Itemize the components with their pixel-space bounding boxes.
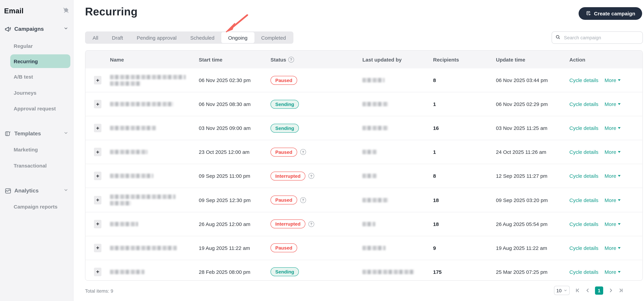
total-items-label: Total items: 9 — [85, 288, 113, 294]
update-time: 09 Sep 2025 03:20 pm — [496, 197, 569, 203]
expand-row-button[interactable]: + — [94, 76, 102, 84]
sidebar-group-campaigns[interactable]: Campaigns — [4, 25, 69, 33]
more-menu-button[interactable]: More — [604, 221, 620, 227]
cycle-details-link[interactable]: Cycle details — [569, 197, 598, 203]
expand-row-button[interactable]: + — [94, 148, 102, 156]
more-menu-button[interactable]: More — [604, 197, 620, 203]
sidebar-item-marketing[interactable]: Marketing — [10, 143, 70, 156]
more-menu-button[interactable]: More — [604, 245, 620, 251]
previous-page-button[interactable] — [585, 288, 590, 293]
more-menu-button[interactable]: More — [604, 101, 620, 107]
table-row: + 06 Nov 2025 08:30 am Sending? 1 06 Nov… — [86, 92, 642, 116]
status-help-icon[interactable]: ? — [288, 57, 294, 62]
chevron-down-icon — [64, 131, 69, 137]
more-menu-button[interactable]: More — [604, 125, 620, 131]
more-menu-button[interactable]: More — [604, 173, 620, 179]
campaign-name-redacted[interactable] — [110, 246, 199, 250]
start-time: 09 Sep 2025 11:00 pm — [199, 173, 270, 179]
tab-completed[interactable]: Completed — [254, 32, 293, 43]
last-updated-by-redacted — [362, 102, 433, 106]
sidebar-item-journeys[interactable]: Journeys — [10, 86, 70, 100]
expand-row-button[interactable]: + — [94, 124, 102, 132]
search-input[interactable] — [563, 35, 639, 41]
sidebar-item-campaign-reports[interactable]: Campaign reports — [10, 200, 70, 213]
expand-row-button[interactable]: + — [94, 100, 102, 108]
expand-row-button[interactable]: + — [94, 268, 102, 276]
start-time: 06 Nov 2025 08:30 am — [199, 101, 270, 107]
cycle-details-link[interactable]: Cycle details — [569, 245, 598, 251]
table-row: + 06 Nov 2025 02:30 pm Paused? 8 06 Nov … — [86, 68, 642, 92]
next-page-button[interactable] — [608, 288, 614, 293]
cycle-details-link[interactable]: Cycle details — [569, 173, 598, 179]
status-row-help-icon[interactable]: ? — [300, 149, 306, 155]
update-time: 26 Aug 2025 05:54 pm — [496, 221, 569, 227]
expand-row-button[interactable]: + — [94, 196, 102, 204]
create-campaign-button[interactable]: Create campaign — [578, 7, 642, 20]
sidebar-item-recurring[interactable]: Recurring — [10, 54, 70, 68]
unpin-icon[interactable] — [62, 7, 69, 15]
sidebar-group-templates[interactable]: Templates — [4, 130, 69, 137]
tab-scheduled[interactable]: Scheduled — [184, 32, 221, 43]
update-time: 25 Mar 2025 07:25 pm — [496, 269, 569, 275]
status-row-help-icon[interactable]: ? — [300, 197, 306, 203]
table-row: + 19 Aug 2025 11:22 am Paused? 9 19 Aug … — [86, 236, 642, 260]
sidebar-item-regular[interactable]: Regular — [10, 39, 70, 53]
column-header-last-updated-by: Last updated by — [362, 57, 433, 62]
last-updated-by-redacted — [362, 78, 433, 82]
campaign-name-redacted[interactable] — [110, 126, 199, 130]
last-page-button[interactable] — [618, 288, 624, 293]
table-row: + 23 Oct 2025 12:00 am Paused? 1 24 Oct … — [86, 140, 642, 164]
status-row-help-icon[interactable]: ? — [308, 173, 314, 179]
tab-all[interactable]: All — [86, 32, 105, 43]
cycle-details-link[interactable]: Cycle details — [569, 269, 598, 275]
expand-row-button[interactable]: + — [94, 172, 102, 180]
more-menu-button[interactable]: More — [604, 269, 620, 275]
tab-draft[interactable]: Draft — [105, 32, 130, 43]
first-page-button[interactable] — [574, 288, 580, 293]
last-updated-by-redacted — [362, 222, 433, 226]
cycle-details-link[interactable]: Cycle details — [569, 77, 598, 83]
recipients-count: 9 — [433, 245, 496, 251]
campaign-name-redacted[interactable] — [110, 102, 199, 106]
status-row-help-icon[interactable]: ? — [308, 221, 314, 227]
caret-down-icon — [618, 151, 620, 153]
table-row: + 28 Feb 2025 08:00 pm Sending? 175 25 M… — [86, 260, 642, 281]
email-campaigns-app: Email Campaigns Regular Recurring A/B te… — [0, 0, 644, 301]
caret-down-icon — [618, 199, 620, 201]
status-badge: Paused — [270, 76, 297, 85]
campaign-name-redacted[interactable] — [110, 270, 199, 274]
caret-down-icon — [618, 175, 620, 177]
campaign-name-redacted[interactable] — [110, 150, 199, 154]
expand-row-button[interactable]: + — [94, 243, 102, 252]
cycle-details-link[interactable]: Cycle details — [569, 125, 598, 131]
sidebar-group-analytics[interactable]: Analytics — [4, 187, 69, 194]
megaphone-icon — [4, 25, 12, 33]
tab-ongoing[interactable]: Ongoing — [221, 32, 254, 43]
expand-row-button[interactable]: + — [94, 220, 102, 228]
campaign-name-redacted[interactable] — [110, 75, 199, 86]
chevron-down-icon — [64, 188, 69, 194]
campaign-name-redacted[interactable] — [110, 222, 199, 226]
cycle-details-link[interactable]: Cycle details — [569, 149, 598, 155]
last-updated-by-redacted — [362, 150, 433, 154]
status-badge: Paused — [270, 196, 297, 204]
search-box — [552, 32, 643, 44]
campaign-name-redacted[interactable] — [110, 194, 199, 205]
sidebar-item-transactional[interactable]: Transactional — [10, 159, 70, 172]
analytics-icon — [4, 187, 12, 194]
page-size-select[interactable]: 10 — [554, 286, 570, 295]
cycle-details-link[interactable]: Cycle details — [569, 221, 598, 227]
column-header-start-time: Start time — [199, 57, 270, 62]
sidebar-item-ab-test[interactable]: A/B test — [10, 70, 70, 83]
campaign-name-redacted[interactable] — [110, 174, 199, 178]
recipients-count: 18 — [433, 197, 496, 203]
tab-pending-approval[interactable]: Pending approval — [130, 32, 184, 43]
last-updated-by-redacted — [362, 270, 433, 274]
cycle-details-link[interactable]: Cycle details — [569, 101, 598, 107]
status-badge: Interrupted — [270, 219, 305, 228]
page-number-button[interactable]: 1 — [595, 286, 603, 294]
chevron-down-icon — [64, 26, 69, 32]
more-menu-button[interactable]: More — [604, 77, 620, 83]
more-menu-button[interactable]: More — [604, 149, 620, 155]
sidebar-item-approval-request[interactable]: Approval request — [10, 102, 70, 115]
